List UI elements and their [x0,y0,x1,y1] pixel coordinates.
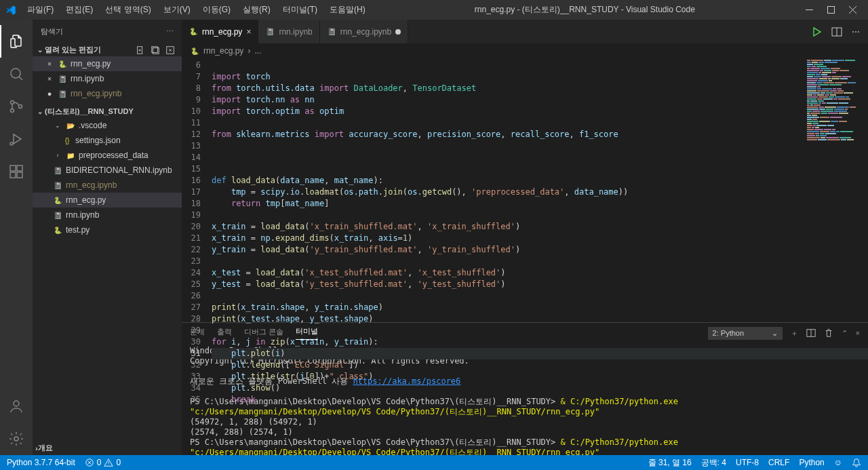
more-actions-icon[interactable]: ⋯ [852,27,860,37]
tree-file[interactable]: 📓 rnn.ipynb [33,208,182,222]
notebook-file-icon: 📓 [58,74,67,83]
titlebar: 파일(F) 편집(E) 선택 영역(S) 보기(V) 이동(G) 실행(R) 터… [0,0,868,20]
line-gutter: 6789101112131415161718192021222324252627… [182,58,212,322]
close-icon[interactable]: × [246,27,251,37]
tree-file[interactable]: 🐍 rnn_ecg.py [33,193,182,208]
activity-bar [0,20,33,455]
notebook-file-icon: 📓 [53,165,62,175]
svg-point-11 [14,401,19,406]
editor-body[interactable]: 6789101112131415161718192021222324252627… [182,58,868,322]
close-all-icon[interactable] [165,45,175,55]
open-editors-header[interactable]: ⌄ 열려 있는 편집기 [33,43,182,56]
search-icon[interactable] [0,58,33,90]
tree-file[interactable]: 📓 BIDIRECTIONAL_RNN.ipynb [33,163,182,178]
tab[interactable]: 📓 rnn.ipynb [258,20,319,43]
close-icon[interactable]: × [45,60,54,68]
breadcrumb[interactable]: 🐍 rnn_ecg.py › ... [182,43,868,58]
menu-run[interactable]: 실행(R) [237,1,276,18]
notebook-file-icon: 📓 [53,210,62,220]
notebook-file-icon: 📓 [58,89,67,98]
open-editors-list: × 🐍 rnn_ecg.py × 📓 rnn.ipynb ● 📓 rnn_ecg… [33,56,182,105]
menu-help[interactable]: 도움말(H) [324,1,371,18]
settings-gear-icon[interactable] [0,423,33,455]
breadcrumb-file: rnn_ecg.py [203,46,243,56]
folder-icon: 📂 [66,121,75,130]
outline-header[interactable]: › 개요 [33,441,182,455]
item-label: rnn_ecg.ipynb [66,180,117,190]
chevron-right-icon: › [53,151,62,160]
tree-file[interactable]: {} settings.json [33,133,182,148]
sidebar-title: 탐색기 ⋯ [33,20,182,43]
close-icon[interactable]: × [45,75,54,83]
open-editor-item[interactable]: × 🐍 rnn_ecg.py [33,56,182,71]
item-label: rnn.ipynb [66,210,99,220]
status-encoding[interactable]: UTF-8 [736,458,759,467]
menu-go[interactable]: 이동(G) [197,1,236,18]
menu-selection[interactable]: 선택 영역(S) [100,1,156,18]
save-all-icon[interactable] [151,45,160,55]
tree-folder[interactable]: › 📁 preprocessed_data [33,148,182,163]
code-content[interactable]: import torchfrom torch.utils.data import… [212,58,868,322]
svg-rect-0 [806,9,813,10]
tree-file[interactable]: 📓 rnn_ecg.ipynb [33,178,182,193]
status-cursor[interactable]: 줄 31, 열 16 [648,457,692,469]
menu-edit[interactable]: 편집(E) [60,1,98,18]
close-button[interactable] [848,5,857,15]
open-editor-item[interactable]: ● 📓 rnn_ecg.ipynb [33,86,182,101]
run-debug-icon[interactable] [0,123,33,155]
notebook-file-icon: 📓 [327,27,336,37]
open-editor-item[interactable]: × 📓 rnn.ipynb [33,71,182,86]
chevron-down-icon: ⌄ [35,46,45,54]
accounts-icon[interactable] [0,390,33,423]
item-label: BIDIRECTIONAL_RNN.ipynb [66,165,172,175]
modified-dot-icon[interactable]: ● [45,90,54,98]
folder-header[interactable]: ⌄ (티스토리)__RNN_STUDY [33,105,182,118]
breadcrumb-sep: › [248,46,250,56]
chevron-down-icon: ⌄ [53,121,62,130]
menu-view[interactable]: 보기(V) [158,1,196,18]
tab[interactable]: 📓 rnn_ecg.ipynb [320,20,408,43]
sidebar-more-icon[interactable]: ⋯ [166,27,174,36]
tab-label: rnn_ecg.ipynb [340,27,391,37]
folder-icon: 📁 [66,151,75,160]
chevron-down-icon: ⌄ [35,108,45,115]
folder-name: (티스토리)__RNN_STUDY [45,106,134,117]
open-editors-label: 열려 있는 편집기 [45,45,101,55]
minimize-button[interactable] [804,5,814,15]
minimap[interactable] [804,58,859,322]
maximize-button[interactable] [826,5,835,15]
run-file-icon[interactable] [811,26,822,37]
status-eol[interactable]: CRLF [768,458,789,467]
tab[interactable]: 🐍 rnn_ecg.py × [182,20,258,43]
sidebar-title-label: 탐색기 [41,26,63,37]
status-feedback-icon[interactable]: ☺ [834,458,842,467]
status-notifications-icon[interactable] [852,458,861,467]
menu-file[interactable]: 파일(F) [22,1,59,18]
new-file-icon[interactable] [136,45,145,55]
explorer-icon[interactable] [0,25,33,58]
python-file-icon: 🐍 [190,46,199,56]
menu-bar: 파일(F) 편집(E) 선택 영역(S) 보기(V) 이동(G) 실행(R) 터… [22,1,371,18]
extensions-icon[interactable] [0,155,33,188]
python-file-icon: 🐍 [53,195,62,205]
window-controls [799,5,863,15]
file-name: rnn_ecg.ipynb [71,89,121,98]
split-editor-icon[interactable] [831,26,842,37]
status-problems[interactable]: 0 0 [85,458,121,467]
tree-folder[interactable]: ⌄ 📂 .vscode [33,118,182,133]
status-spaces[interactable]: 공백: 4 [701,457,726,469]
window-title: rnn_ecg.py - (티스토리)__RNN_STUDY - Visual … [371,4,799,16]
source-control-icon[interactable] [0,90,33,123]
notebook-file-icon: 📓 [53,180,62,190]
editor-area: 🐍 rnn_ecg.py × 📓 rnn.ipynb 📓 rnn_ecg.ipy… [182,20,868,455]
tree-file[interactable]: 🐍 test.py [33,222,182,237]
error-count: 0 [97,458,102,467]
modified-dot-icon [395,29,401,35]
svg-point-3 [11,101,14,104]
editor-tabs: 🐍 rnn_ecg.py × 📓 rnn.ipynb 📓 rnn_ecg.ipy… [182,20,868,43]
item-label: preprocessed_data [79,151,149,160]
status-python[interactable]: Python 3.7.7 64-bit [7,458,75,467]
menu-terminal[interactable]: 터미널(T) [277,1,323,18]
svg-point-6 [10,142,13,145]
status-lang[interactable]: Python [799,458,824,467]
